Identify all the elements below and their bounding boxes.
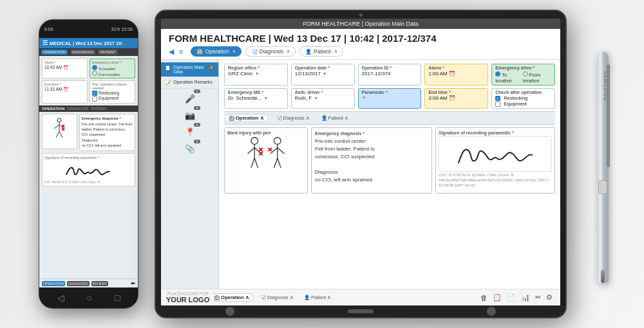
emergency-md-value[interactable]: Dr. Schneide... ▼ xyxy=(228,95,284,101)
phone-injury-row: Emergency diagnosis * Pre-info control c… xyxy=(42,114,135,151)
tablet-btn-right[interactable] xyxy=(487,307,496,316)
sidebar-item-operation-main[interactable]: 📋 Operation Main Data -3 xyxy=(161,62,218,77)
region-office-value[interactable]: GRZ Clinic ▼ xyxy=(228,71,284,77)
phone-footer-operation[interactable]: OPERATION xyxy=(42,281,65,286)
tablet-icon-bar: 🗑 📋 📄 📊 ✏ ⚙ xyxy=(478,292,555,303)
sidebar-mic-item[interactable]: 🎤 0 xyxy=(185,93,195,104)
tablet-sig-area xyxy=(439,136,552,172)
delete-icon[interactable]: 🗑 xyxy=(480,294,488,302)
tablet-lower-content: Mark injury with pen xyxy=(224,127,555,194)
tablet-form-row1: Region office * GRZ Clinic ▼ Operation d… xyxy=(224,64,555,86)
field-region-office: Region office * GRZ Clinic ▼ xyxy=(224,64,288,86)
phone-section2-header: OPERATION DIAGNOSIS PATIENT xyxy=(39,105,138,112)
svg-line-4 xyxy=(56,131,59,138)
phone-alarm-field: Alarm * 10:42 AM ⏰ xyxy=(42,59,88,78)
camera-icon: 📷 xyxy=(185,111,195,120)
phone-form-content: Alarm * 10:42 AM ⏰ Emergency drive * To … xyxy=(39,56,138,278)
tablet-form-main: Region office * GRZ Clinic ▼ Operation d… xyxy=(219,60,560,289)
edit-icon[interactable]: ✏ xyxy=(535,293,541,302)
tab-diagnosis[interactable]: 🩺 Diagnosis ∧ xyxy=(245,46,296,57)
tablet-main-title: FORM HEALTHCARE | Wed 13 Dec 17 | 10:42 … xyxy=(169,33,553,44)
svg-line-2 xyxy=(54,125,59,129)
paramedic-value[interactable]: ▼ xyxy=(362,95,418,100)
mic-badge: 0 xyxy=(194,89,200,93)
amb-driver-value[interactable]: Roth, F ▼ xyxy=(295,95,351,101)
document-icon[interactable]: 📄 xyxy=(507,293,516,302)
phone-tab-operation[interactable]: OPERATION xyxy=(41,50,68,55)
phone-footer-patient[interactable]: PATIENT xyxy=(91,281,108,286)
tab-operation[interactable]: 🏥 Operation ∧ xyxy=(191,46,241,57)
phone-alarm-value: 10:42 AM ⏰ xyxy=(44,65,85,70)
check-restocking[interactable]: Restocking xyxy=(495,95,551,101)
svg-line-12 xyxy=(248,148,255,154)
phone-alarm-label: Alarm * xyxy=(44,60,85,64)
diagnosis-icon: 🩺 xyxy=(251,49,258,55)
tablet-injury-box: Mark injury with pen xyxy=(224,127,308,194)
field-alarm: Alarm * 1:00 AM ⏰ xyxy=(424,64,488,86)
tablet-nav-tabs: ◀ ≡ 🏥 Operation ∧ 🩺 Diagnosis ∧ 👤 Pa xyxy=(169,46,553,57)
tablet-top-edge xyxy=(156,11,565,19)
svg-line-5 xyxy=(59,131,62,138)
emergency-md-label: Emergency MD * xyxy=(228,90,284,95)
sidebar-icon-group: 🎤 0 📷 0 📍 0 📎 0 xyxy=(161,93,218,154)
phone-footer-diagnosis[interactable]: DIAGNOSIS xyxy=(67,281,90,286)
footer-tab-diagnosis[interactable]: 🩺 Diagnosis ∧ xyxy=(256,294,298,301)
settings-icon[interactable]: ⚙ xyxy=(546,293,553,302)
copy-icon[interactable]: 📋 xyxy=(493,293,502,302)
phone-endtime-row: End time * 11:31 AM ⏰ Pos. operation che… xyxy=(42,80,135,104)
check-equipment[interactable]: Equipment xyxy=(495,101,551,107)
phone-alarm-row: Alarm * 10:42 AM ⏰ Emergency drive * To … xyxy=(42,59,135,78)
svg-line-23 xyxy=(278,148,285,154)
tablet-sig-label: Signature of recording paramedic * xyxy=(439,131,552,135)
mic-icon: 🎤 xyxy=(185,94,195,104)
tablet-nav-back-icon[interactable]: ◀ xyxy=(169,48,174,56)
radio-to-location[interactable]: To location xyxy=(495,71,519,84)
phone-tab-patient[interactable]: PATIENT xyxy=(98,50,117,55)
phone-footer-nav: OPERATION DIAGNOSIS PATIENT ⬅ xyxy=(39,278,138,287)
phone-bottom-bar: ◁ ○ □ xyxy=(39,287,138,308)
phone-home-icon[interactable]: ○ xyxy=(87,293,92,303)
tablet-sidebar: 📋 Operation Main Data -3 📝 Operation Rem… xyxy=(161,60,219,289)
phone-menu-icon[interactable]: □ xyxy=(115,293,120,303)
phone-sig-label: Signature of recording paramedic * xyxy=(44,156,133,159)
logo-your-logo: YOUR LOGO xyxy=(166,296,209,304)
field-end-time: End time * 2:00 AM ⏰ xyxy=(424,88,488,109)
phone-s2-diagnosis[interactable]: DIAGNOSIS xyxy=(67,107,88,111)
tab-patient[interactable]: 👤 Patient ∧ xyxy=(299,46,343,57)
section-tab-diagnosis[interactable]: 🩺 Diagnosis ∧ xyxy=(272,114,314,122)
phone-equipment: Equipment xyxy=(92,96,133,101)
phone-body-svg xyxy=(45,117,74,146)
phone-emergency-field: Emergency drive * To location From locat… xyxy=(90,59,135,78)
sidebar-attachment-item[interactable]: 📎 0 xyxy=(185,143,195,154)
section-diag-icon: 🩺 xyxy=(276,115,282,121)
phone-tab-diagnosis[interactable]: DIAGNOSIS xyxy=(70,50,95,55)
tablet-btn-left[interactable] xyxy=(225,307,234,316)
tablet-logo: PLACEHOLDER FOR YOUR LOGO xyxy=(166,291,209,304)
operation-date-value[interactable]: 12/13/2017 ▼ xyxy=(295,71,351,77)
section-tab-operation[interactable]: 🏥 Operation ∧ xyxy=(224,114,269,122)
operation-id-value[interactable]: 2017-12/374 xyxy=(362,71,418,77)
tablet-nav-menu-icon[interactable]: ≡ xyxy=(179,48,183,55)
logo-placeholder-text: PLACEHOLDER FOR xyxy=(166,291,209,296)
chart-icon[interactable]: 📊 xyxy=(521,293,530,302)
pen-button[interactable] xyxy=(598,180,607,194)
end-time-value[interactable]: 2:00 AM ⏰ xyxy=(428,95,484,101)
tablet-injury-label: Mark injury with pen xyxy=(227,131,305,135)
radio-from-location[interactable]: From location xyxy=(523,71,551,84)
phone-time: 9:06 xyxy=(44,27,53,32)
section-tab-patient[interactable]: 👤 Patient ∧ xyxy=(317,114,352,122)
alarm-value[interactable]: 1:00 AM ⏰ xyxy=(428,71,484,77)
phone-postop-field: Pos. operation checks needed Restocking … xyxy=(90,80,135,104)
phone-device: 9:06 31% 15:06 ☰ MEDICAL | Wed 13 Dec 20… xyxy=(39,19,138,309)
stylus-pen: SAMSUNG xyxy=(597,51,609,283)
sidebar-location-item[interactable]: 📍 0 xyxy=(185,126,195,138)
phone-s2-operation[interactable]: OPERATION xyxy=(42,107,64,111)
footer-tab-patient[interactable]: 👤 Patient ∧ xyxy=(300,294,336,301)
footer-tab-operation[interactable]: 🏥 Operation ∧ xyxy=(209,293,254,302)
phone-back-icon[interactable]: ◁ xyxy=(57,293,64,303)
operation-date-label: Operation date * xyxy=(295,66,351,70)
phone-s2-patient[interactable]: PATIENT xyxy=(91,107,107,111)
tablet-home-bar[interactable] xyxy=(348,309,374,313)
sidebar-camera-item[interactable]: 📷 0 xyxy=(185,109,195,121)
sidebar-item-operation-remarks[interactable]: 📝 Operation Remarks xyxy=(161,77,218,89)
